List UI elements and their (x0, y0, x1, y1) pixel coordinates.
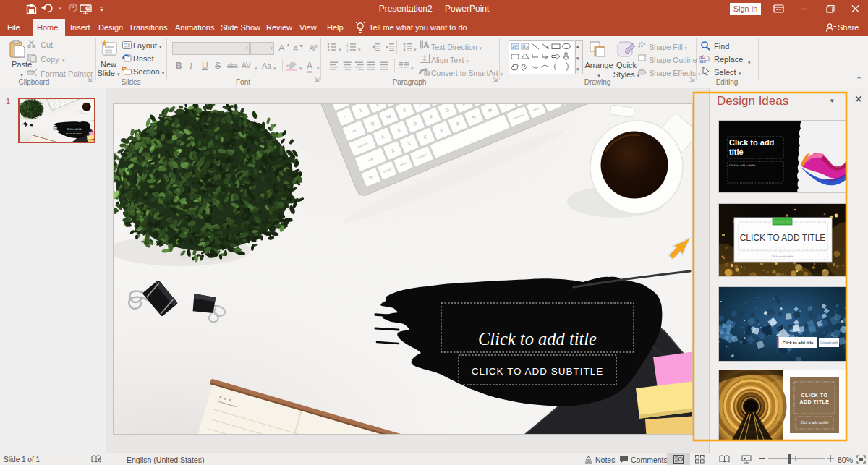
svg-text:ac: ac (700, 58, 706, 64)
svg-text:Click to add subtitle: Click to add subtitle (820, 341, 838, 344)
svg-text:CLICK TO ADD TITLE: CLICK TO ADD TITLE (740, 233, 826, 243)
svg-text:Click to add subtitle: Click to add subtitle (800, 421, 829, 425)
svg-text:A: A (424, 41, 429, 49)
svg-text:A: A (278, 43, 285, 54)
svg-text:ADD TITLE: ADD TITLE (799, 399, 829, 404)
svg-text:3: 3 (346, 49, 349, 53)
svg-text:title: title (729, 148, 744, 156)
svg-text:Click to add: Click to add (729, 138, 774, 147)
svg-text:A: A (293, 44, 299, 53)
svg-text:Click to add subtitle: Click to add subtitle (729, 163, 756, 167)
svg-text:Click to add subtitle: Click to add subtitle (772, 255, 793, 258)
svg-text:Click to add title: Click to add title (783, 341, 813, 345)
svg-text:CLICK TO: CLICK TO (801, 393, 828, 398)
